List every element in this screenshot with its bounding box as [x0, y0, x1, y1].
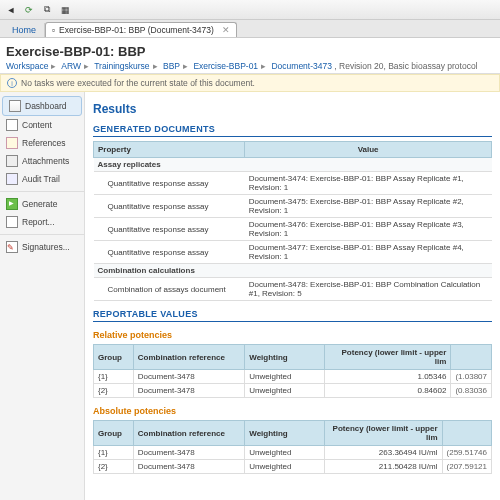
row-qra-val: Document-3475: Exercise-BBP-01: BBP Assa… [245, 195, 492, 218]
table-row: {1}Document-3478Unweighted263.36494 IU/m… [94, 446, 492, 460]
generate-icon [6, 198, 18, 210]
sidebar-item-attachments[interactable]: Attachments [0, 152, 84, 170]
sidebar-item-generate[interactable]: Generate [0, 195, 84, 213]
generated-heading: GENERATED DOCUMENTS [93, 124, 492, 137]
col-wt: Weighting [245, 421, 325, 446]
crumb[interactable]: ARW [61, 61, 81, 71]
col-group: Group [94, 421, 134, 446]
row-comb-group: Combination calculations [94, 264, 492, 278]
doc-header: Exercise-BBP-01: BBP Workspace▸ ARW▸ Tra… [0, 38, 500, 74]
col-group: Group [94, 345, 134, 370]
row-qra-val: Document-3477: Exercise-BBP-01: BBP Assa… [245, 241, 492, 264]
crumb[interactable]: Document-3473 [271, 61, 331, 71]
row-qra-val: Document-3476: Exercise-BBP-01: BBP Assa… [245, 218, 492, 241]
sidebar-item-dashboard[interactable]: Dashboard [2, 96, 82, 116]
back-icon[interactable]: ◄ [4, 3, 18, 17]
crumb[interactable]: BBP [163, 61, 180, 71]
tab-bar: Home ▫ Exercise-BBP-01: BBP (Document-34… [0, 20, 500, 38]
info-bar: i No tasks were executed for the current… [0, 74, 500, 92]
sidebar-item-report[interactable]: Report... [0, 213, 84, 231]
col-ref: Combination reference [133, 421, 244, 446]
absolute-table: Group Combination reference Weighting Po… [93, 420, 492, 474]
tab-home[interactable]: Home [4, 23, 45, 37]
sidebar-label: Audit Trail [22, 174, 60, 184]
generated-table: PropertyValue Assay replicates Quantitat… [93, 141, 492, 301]
audit-icon [6, 173, 18, 185]
close-icon[interactable]: ✕ [222, 25, 230, 35]
sidebar: Dashboard Content References Attachments… [0, 92, 85, 500]
sidebar-label: Attachments [22, 156, 69, 166]
attachments-icon [6, 155, 18, 167]
sidebar-label: Generate [22, 199, 57, 209]
sidebar-item-signatures[interactable]: Signatures... [0, 238, 84, 256]
content-icon [6, 119, 18, 131]
col-value: Value [245, 142, 492, 158]
relative-heading: Relative potencies [93, 330, 492, 340]
sidebar-label: Signatures... [22, 242, 70, 252]
references-icon [6, 137, 18, 149]
sidebar-label: References [22, 138, 65, 148]
report-icon [6, 216, 18, 228]
doc-icon: ▫ [52, 25, 55, 35]
col-pot: Potency (lower limit - upper lim [324, 345, 451, 370]
col-wt: Weighting [245, 345, 325, 370]
absolute-heading: Absolute potencies [93, 406, 492, 416]
info-msg: No tasks were executed for the current s… [21, 78, 255, 88]
row-qra-val: Document-3474: Exercise-BBP-01: BBP Assa… [245, 172, 492, 195]
row-combdoc: Combination of assays document [94, 278, 245, 301]
sidebar-item-content[interactable]: Content [0, 116, 84, 134]
row-qra: Quantitative response assay [94, 241, 245, 264]
sidebar-label: Report... [22, 217, 55, 227]
crumb[interactable]: Workspace [6, 61, 48, 71]
table-row: {1}Document-3478Unweighted1.05346(1.0380… [94, 370, 492, 384]
refresh-icon[interactable]: ⟳ [22, 3, 36, 17]
table-row: {2}Document-3478Unweighted211.50428 IU/m… [94, 460, 492, 474]
sidebar-label: Dashboard [25, 101, 67, 111]
tab-document[interactable]: ▫ Exercise-BBP-01: BBP (Document-3473) ✕ [45, 22, 237, 37]
page-title: Exercise-BBP-01: BBP [6, 44, 494, 59]
sidebar-label: Content [22, 120, 52, 130]
copy-icon[interactable]: ⧉ [40, 3, 54, 17]
relative-table: Group Combination reference Weighting Po… [93, 344, 492, 398]
breadcrumb: Workspace▸ ARW▸ Trainingskurse▸ BBP▸ Exe… [6, 61, 494, 71]
crumb[interactable]: Trainingskurse [94, 61, 149, 71]
info-icon: i [7, 78, 17, 88]
signature-icon [6, 241, 18, 253]
row-qra: Quantitative response assay [94, 218, 245, 241]
row-assay-group: Assay replicates [94, 158, 492, 172]
col-ref: Combination reference [133, 345, 244, 370]
section-title: Results [93, 102, 492, 116]
sidebar-item-references[interactable]: References [0, 134, 84, 152]
col-property: Property [94, 142, 245, 158]
tab-label: Exercise-BBP-01: BBP (Document-3473) [59, 25, 214, 35]
dashboard-icon [9, 100, 21, 112]
content-pane: Results GENERATED DOCUMENTS PropertyValu… [85, 92, 500, 500]
crumb[interactable]: Exercise-BBP-01 [193, 61, 258, 71]
row-qra: Quantitative response assay [94, 195, 245, 218]
revision-label: , Revision 20, Basic bioassay protocol [334, 61, 477, 71]
table-row: {2}Document-3478Unweighted0.84602(0.8303… [94, 384, 492, 398]
row-combdoc-val: Document-3478: Exercise-BBP-01: BBP Comb… [245, 278, 492, 301]
reportable-heading: REPORTABLE VALUES [93, 309, 492, 322]
sidebar-item-audit[interactable]: Audit Trail [0, 170, 84, 188]
app-toolbar: ◄ ⟳ ⧉ ▦ [0, 0, 500, 20]
row-qra: Quantitative response assay [94, 172, 245, 195]
grid-icon[interactable]: ▦ [58, 3, 72, 17]
col-pot: Potency (lower limit - upper lim [324, 421, 442, 446]
